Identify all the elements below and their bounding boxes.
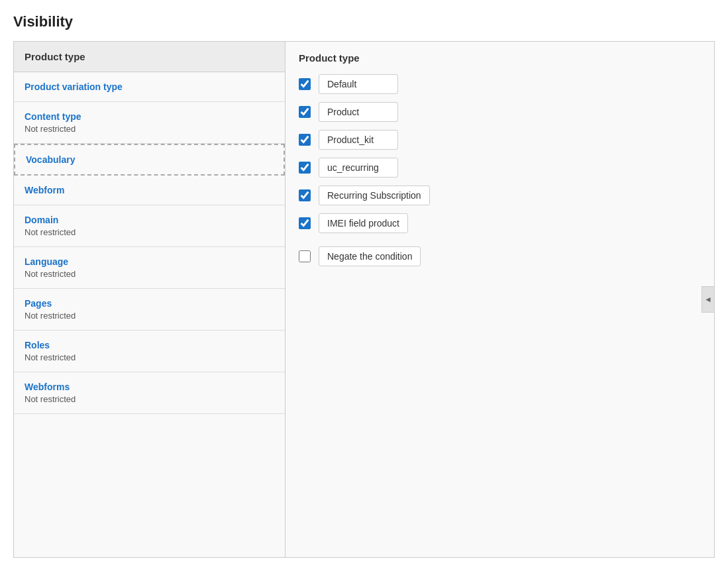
- left-item-link-language[interactable]: Language: [25, 256, 274, 267]
- checkbox-uc_recurring[interactable]: [299, 162, 311, 174]
- left-item-domain[interactable]: DomainNot restricted: [14, 205, 285, 247]
- left-item-link-product-variation-type[interactable]: Product variation type: [25, 81, 274, 92]
- left-item-sub-content-type: Not restricted: [25, 124, 274, 134]
- checkbox-product[interactable]: [299, 106, 311, 118]
- left-item-link-content-type[interactable]: Content type: [25, 111, 274, 122]
- left-items-list: Product variation typeContent typeNot re…: [14, 72, 285, 414]
- left-item-sub-language: Not restricted: [25, 269, 274, 279]
- checkbox-product_kit[interactable]: [299, 134, 311, 146]
- left-item-link-domain[interactable]: Domain: [25, 215, 274, 225]
- right-panel-title: Product type: [299, 52, 701, 64]
- checkbox-label-product_kit[interactable]: Product_kit: [319, 130, 398, 150]
- left-item-sub-domain: Not restricted: [25, 227, 274, 237]
- collapse-button[interactable]: ◄: [702, 286, 715, 313]
- left-item-content-type[interactable]: Content typeNot restricted: [14, 102, 285, 144]
- left-item-webforms[interactable]: WebformsNot restricted: [14, 372, 285, 414]
- checkbox-default[interactable]: [299, 78, 311, 90]
- left-item-link-pages[interactable]: Pages: [25, 298, 274, 309]
- left-item-link-roles[interactable]: Roles: [25, 340, 274, 350]
- left-item-pages[interactable]: PagesNot restricted: [14, 289, 285, 331]
- left-item-roles[interactable]: RolesNot restricted: [14, 331, 285, 372]
- left-panel-header: Product type: [14, 42, 285, 72]
- checkbox-label-recurring_subscription[interactable]: Recurring Subscription: [319, 185, 430, 205]
- checkbox-label-default[interactable]: Default: [319, 74, 398, 94]
- negate-label[interactable]: Negate the condition: [319, 246, 421, 266]
- checkbox-label-imei_field_product[interactable]: IMEI field product: [319, 213, 408, 233]
- left-item-sub-webforms: Not restricted: [25, 394, 274, 404]
- left-item-language[interactable]: LanguageNot restricted: [14, 247, 285, 289]
- right-panel: Product type DefaultProductProduct_kituc…: [286, 42, 714, 557]
- checkbox-row-imei_field_product: IMEI field product: [299, 213, 701, 233]
- checkbox-imei_field_product[interactable]: [299, 217, 311, 229]
- checkboxes-list: DefaultProductProduct_kituc_recurringRec…: [299, 74, 701, 233]
- checkbox-recurring_subscription[interactable]: [299, 189, 311, 201]
- left-item-link-webforms[interactable]: Webforms: [25, 382, 274, 392]
- negate-checkbox[interactable]: [299, 250, 311, 262]
- page-title: Visibility: [13, 13, 715, 30]
- checkbox-row-product: Product: [299, 102, 701, 122]
- left-item-product-variation-type[interactable]: Product variation type: [14, 72, 285, 102]
- left-item-link-webform[interactable]: Webform: [25, 185, 274, 195]
- negate-row: Negate the condition: [299, 246, 701, 266]
- left-item-sub-roles: Not restricted: [25, 352, 274, 362]
- visibility-panel: Product type Product variation typeConte…: [13, 41, 715, 558]
- left-item-link-vocabulary[interactable]: Vocabulary: [26, 154, 273, 165]
- checkbox-label-uc_recurring[interactable]: uc_recurring: [319, 158, 398, 178]
- left-item-webform[interactable]: Webform: [14, 176, 285, 205]
- checkbox-label-product[interactable]: Product: [319, 102, 398, 122]
- checkbox-row-uc_recurring: uc_recurring: [299, 158, 701, 178]
- left-panel: Product type Product variation typeConte…: [14, 42, 286, 557]
- checkbox-row-product_kit: Product_kit: [299, 130, 701, 150]
- checkbox-row-default: Default: [299, 74, 701, 94]
- left-item-vocabulary[interactable]: Vocabulary: [14, 144, 285, 176]
- left-item-sub-pages: Not restricted: [25, 311, 274, 321]
- negate-section: Negate the condition: [299, 246, 701, 266]
- checkbox-row-recurring_subscription: Recurring Subscription: [299, 185, 701, 205]
